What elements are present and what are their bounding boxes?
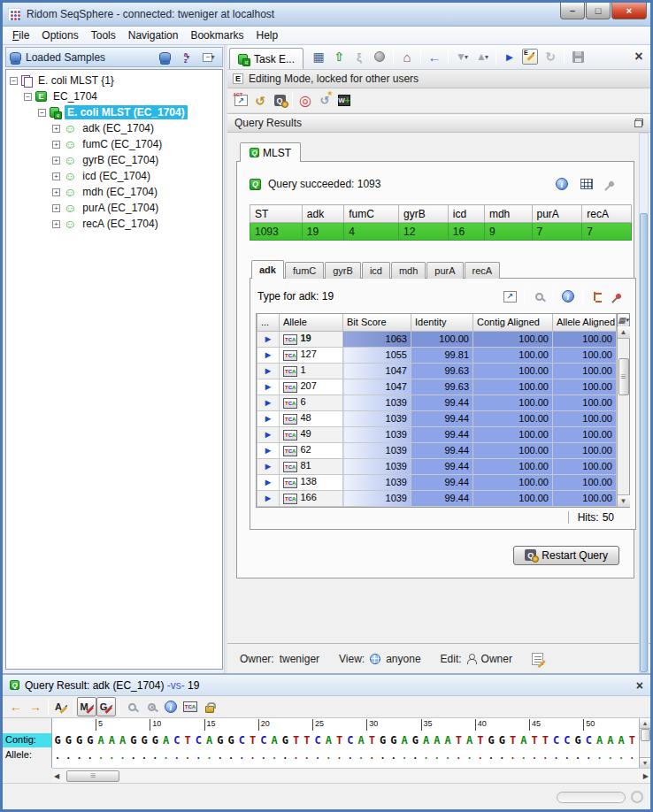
zoom-out-icon[interactable]: ✕: [142, 697, 161, 716]
allele-cell[interactable]: TCA 138: [280, 474, 343, 490]
assembly-face-icon[interactable]: [370, 47, 389, 66]
allele-row[interactable]: ►TCA 191063100.00100.00100.00: [257, 331, 617, 347]
tab-locus-mdh[interactable]: mdh: [391, 262, 426, 279]
show-alignment-button[interactable]: TCA: [283, 398, 297, 409]
tree-item[interactable]: +☺recA (EC_1704): [8, 216, 222, 232]
close-button[interactable]: ×: [611, 3, 647, 19]
edit-permissions-icon[interactable]: [532, 653, 543, 665]
submit-up-icon[interactable]: ⇧: [329, 47, 349, 66]
column-chooser-button[interactable]: ▦▾: [618, 314, 630, 326]
tab-locus-adk[interactable]: adk: [251, 260, 284, 279]
tab-locus-icd[interactable]: icd: [362, 262, 390, 279]
allele-column-header[interactable]: Contig Aligned: [473, 314, 553, 331]
tca-table-icon[interactable]: TCA: [181, 697, 200, 716]
show-alignment-button[interactable]: TCA: [283, 478, 297, 488]
goto-cell[interactable]: ►: [257, 426, 280, 442]
export-chart-icon[interactable]: ↗: [500, 287, 519, 306]
info-icon[interactable]: i: [558, 287, 578, 306]
tab-task-entry[interactable]: Task E...: [229, 48, 303, 69]
goto-result-icon[interactable]: ►: [264, 365, 273, 376]
allele-column-header[interactable]: Identity: [411, 314, 473, 331]
allele-column-header[interactable]: Bit Score: [343, 314, 411, 331]
scrollbar-thumb[interactable]: [641, 729, 650, 741]
goto-result-icon[interactable]: ►: [264, 333, 273, 344]
allele-column-header[interactable]: ...: [257, 314, 280, 331]
scroll-down-button[interactable]: ▼: [618, 494, 630, 507]
allele-cell[interactable]: TCA 207: [280, 379, 343, 395]
goto-cell[interactable]: ►: [257, 379, 280, 395]
allele-row[interactable]: ►TCA 127105599.81100.00100.00: [257, 347, 617, 363]
tree-item[interactable]: −E. coli MLST {1}: [8, 73, 222, 88]
show-alignment-button[interactable]: TCA: [283, 382, 297, 393]
sync-icon[interactable]: ↻: [541, 47, 560, 66]
allele-cell[interactable]: TCA 81: [280, 458, 343, 474]
down-arrow-icon[interactable]: ▼▾: [452, 47, 472, 66]
renew-icon[interactable]: ↺★: [315, 91, 334, 111]
show-alignment-button[interactable]: TCA: [283, 430, 297, 440]
back-icon[interactable]: ←: [425, 47, 444, 66]
allele-table-scrollbar[interactable]: ▦▾ ▲ ☰ ▼: [617, 314, 629, 507]
tab-locus-recA[interactable]: recA: [465, 262, 501, 279]
home-icon[interactable]: ⌂: [397, 47, 417, 66]
menu-options[interactable]: Options: [35, 27, 84, 43]
goto-cell[interactable]: ►: [257, 458, 280, 474]
next-diff-icon[interactable]: →: [26, 697, 45, 716]
dna-icon[interactable]: ξ: [350, 47, 369, 66]
database-up-icon[interactable]: [155, 48, 174, 67]
scroll-up-button[interactable]: ▲: [640, 718, 651, 729]
allele-row[interactable]: ►TCA 207104799.63100.00100.00: [257, 379, 617, 395]
scroll-down-button[interactable]: ▼: [640, 757, 651, 768]
allele-cell[interactable]: TCA 1: [280, 363, 343, 379]
show-alignment-button[interactable]: TCA: [283, 414, 297, 425]
goto-result-icon[interactable]: ►: [264, 461, 273, 471]
goto-cell[interactable]: ►: [257, 347, 280, 363]
tab-locus-purA[interactable]: purA: [426, 262, 463, 279]
goto-cell[interactable]: ►: [257, 442, 280, 458]
allele-row[interactable]: ►TCA 62103999.44100.00100.00: [257, 442, 617, 458]
zoom-icon[interactable]: [529, 287, 549, 306]
minimize-button[interactable]: –: [560, 3, 585, 19]
show-alignment-button[interactable]: TCA: [283, 334, 297, 345]
goto-cell[interactable]: ►: [257, 490, 280, 506]
st-result-row[interactable]: 10931941216977: [250, 223, 632, 241]
scroll-up-button[interactable]: ▲: [618, 326, 630, 339]
tree-item[interactable]: +☺purA (EC_1704): [8, 200, 222, 216]
allele-row[interactable]: ►TCA 81103999.44100.00100.00: [257, 458, 617, 474]
allele-row[interactable]: ►TCA 48103999.44100.00100.00: [257, 410, 617, 426]
mark-mutation-icon[interactable]: M: [77, 697, 96, 716]
menu-help[interactable]: Help: [250, 27, 284, 43]
result-table-icon[interactable]: [577, 174, 596, 194]
menu-bookmarks[interactable]: Bookmarks: [184, 27, 250, 43]
allele-row[interactable]: ►TCA 166103999.44100.00100.00: [257, 490, 617, 506]
scrollbar-thumb[interactable]: [640, 213, 648, 672]
info-icon[interactable]: i: [161, 697, 181, 716]
sequence-hscrollbar[interactable]: ◀ ☰ ▶: [52, 768, 650, 783]
export-seq-icon[interactable]: AGT↗: [231, 91, 250, 111]
tree-view-icon[interactable]: [588, 287, 607, 306]
goto-result-icon[interactable]: ►: [264, 397, 273, 408]
menu-tools[interactable]: Tools: [85, 27, 122, 43]
add-window-icon[interactable]: W+: [334, 91, 354, 111]
tree-item[interactable]: +☺gyrB (EC_1704): [8, 152, 222, 168]
allele-column-header[interactable]: Allele Aligned: [553, 314, 617, 331]
save-icon[interactable]: [568, 47, 588, 66]
scroll-left-button[interactable]: ◀: [54, 772, 59, 780]
show-alignment-button[interactable]: TCA: [283, 446, 297, 456]
up-arrow-icon[interactable]: ▲▾: [472, 47, 492, 66]
show-alignment-button[interactable]: TCA: [283, 462, 297, 472]
sequence-canvas[interactable]: 5101520253035404550 GGGGAAAGGGACTCAGGCTC…: [52, 718, 639, 768]
allele-column-header[interactable]: Allele: [280, 314, 343, 331]
sequence-vscrollbar[interactable]: ▲ ▼: [639, 718, 650, 768]
tree-item[interactable]: +☺mdh (EC_1704): [8, 184, 222, 200]
lock-icon[interactable]: [200, 697, 219, 716]
goto-result-icon[interactable]: ►: [264, 493, 273, 503]
menu-navigation[interactable]: Navigation: [122, 27, 185, 43]
tree-expander[interactable]: +: [52, 220, 60, 228]
allele-cell[interactable]: TCA 166: [280, 490, 343, 506]
tree-expander[interactable]: +: [52, 204, 60, 212]
tab-mlst[interactable]: Q MLST: [240, 142, 301, 162]
tree-expander[interactable]: −: [10, 77, 18, 85]
sort-az-icon[interactable]: az▾: [177, 48, 196, 67]
allele-row[interactable]: ►TCA 138103999.44100.00100.00: [257, 474, 617, 490]
goto-result-icon[interactable]: ►: [264, 349, 273, 360]
